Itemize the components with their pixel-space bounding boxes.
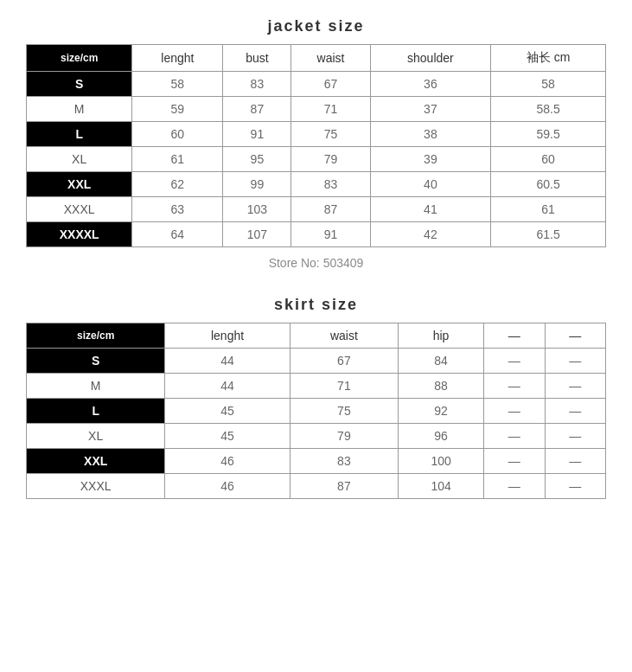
skirt-cell: 75	[290, 399, 398, 424]
skirt-cell: 92	[399, 399, 484, 424]
jacket-cell: 60	[491, 147, 606, 172]
jacket-cell: 99	[223, 172, 291, 197]
skirt-col-size: size/cm	[27, 323, 165, 349]
jacket-cell: 95	[223, 147, 291, 172]
skirt-cell: L	[27, 399, 165, 424]
jacket-cell: S	[27, 72, 132, 97]
jacket-cell: 83	[291, 172, 370, 197]
skirt-cell: —	[545, 349, 605, 374]
skirt-cell: 104	[399, 474, 484, 499]
jacket-cell: 61	[491, 197, 606, 222]
skirt-row: XXL4683100——	[27, 449, 606, 474]
skirt-header-row: size/cm lenght waist hip — —	[27, 323, 606, 349]
skirt-table: size/cm lenght waist hip — — S446784——M4…	[26, 323, 606, 499]
skirt-col-5: —	[545, 323, 605, 349]
skirt-cell: 44	[165, 349, 290, 374]
jacket-cell: L	[27, 122, 132, 147]
skirt-cell: —	[484, 474, 545, 499]
skirt-cell: XXXL	[27, 474, 165, 499]
skirt-cell: 83	[290, 449, 398, 474]
jacket-header-row: size/cm lenght bust waist shoulder 袖长 cm	[27, 45, 606, 72]
jacket-cell: 58	[491, 72, 606, 97]
skirt-col-waist: waist	[290, 323, 398, 349]
jacket-cell: 63	[132, 197, 223, 222]
skirt-cell: —	[484, 374, 545, 399]
jacket-cell: 61	[132, 147, 223, 172]
skirt-cell: 45	[165, 399, 290, 424]
skirt-cell: 96	[399, 424, 484, 449]
skirt-row: XL457996——	[27, 424, 606, 449]
skirt-cell: 71	[290, 374, 398, 399]
jacket-row: XL6195793960	[27, 147, 606, 172]
jacket-section: jacket size size/cm lenght bust waist sh…	[26, 17, 606, 247]
skirt-cell: 88	[399, 374, 484, 399]
skirt-section: skirt size size/cm lenght waist hip — — …	[26, 296, 606, 499]
skirt-cell: 100	[399, 449, 484, 474]
jacket-cell: 38	[370, 122, 491, 147]
skirt-cell: 67	[290, 349, 398, 374]
jacket-row: M5987713758.5	[27, 97, 606, 122]
skirt-cell: —	[545, 474, 605, 499]
jacket-col-waist: waist	[291, 45, 370, 72]
skirt-cell: 44	[165, 374, 290, 399]
skirt-cell: —	[484, 424, 545, 449]
jacket-cell: M	[27, 97, 132, 122]
jacket-cell: 58.5	[491, 97, 606, 122]
skirt-cell: 46	[165, 449, 290, 474]
jacket-cell: 91	[291, 222, 370, 247]
jacket-cell: 59.5	[491, 122, 606, 147]
skirt-cell: —	[484, 349, 545, 374]
jacket-cell: 60	[132, 122, 223, 147]
skirt-row: S446784——	[27, 349, 606, 374]
jacket-col-sleeve: 袖长 cm	[491, 45, 606, 72]
jacket-cell: XXL	[27, 172, 132, 197]
jacket-cell: 40	[370, 172, 491, 197]
jacket-cell: 79	[291, 147, 370, 172]
skirt-cell: —	[545, 449, 605, 474]
skirt-cell: XXL	[27, 449, 165, 474]
skirt-cell: —	[545, 374, 605, 399]
jacket-cell: 107	[223, 222, 291, 247]
jacket-cell: 39	[370, 147, 491, 172]
skirt-cell: 45	[165, 424, 290, 449]
jacket-row: XXXXL64107914261.5	[27, 222, 606, 247]
jacket-table: size/cm lenght bust waist shoulder 袖长 cm…	[26, 44, 606, 247]
skirt-row: M447188——	[27, 374, 606, 399]
jacket-cell: 91	[223, 122, 291, 147]
jacket-cell: XXXL	[27, 197, 132, 222]
jacket-col-bust: bust	[223, 45, 291, 72]
skirt-title: skirt size	[26, 296, 606, 314]
jacket-cell: 61.5	[491, 222, 606, 247]
jacket-cell: 83	[223, 72, 291, 97]
skirt-cell: —	[484, 449, 545, 474]
skirt-cell: 79	[290, 424, 398, 449]
store-number: Store No: 503409	[26, 256, 606, 270]
skirt-cell: 84	[399, 349, 484, 374]
skirt-cell: 87	[290, 474, 398, 499]
jacket-row: L6091753859.5	[27, 122, 606, 147]
skirt-row: XXXL4687104——	[27, 474, 606, 499]
jacket-cell: 60.5	[491, 172, 606, 197]
jacket-cell: 103	[223, 197, 291, 222]
skirt-col-4: —	[484, 323, 545, 349]
jacket-cell: XXXXL	[27, 222, 132, 247]
skirt-col-hip: hip	[399, 323, 484, 349]
jacket-cell: 36	[370, 72, 491, 97]
jacket-cell: 64	[132, 222, 223, 247]
skirt-cell: —	[545, 399, 605, 424]
jacket-col-shoulder: shoulder	[370, 45, 491, 72]
jacket-cell: 75	[291, 122, 370, 147]
skirt-cell: S	[27, 349, 165, 374]
jacket-col-lenght: lenght	[132, 45, 223, 72]
jacket-cell: 37	[370, 97, 491, 122]
skirt-row: L457592——	[27, 399, 606, 424]
jacket-row: S5883673658	[27, 72, 606, 97]
jacket-cell: 58	[132, 72, 223, 97]
jacket-cell: XL	[27, 147, 132, 172]
jacket-cell: 62	[132, 172, 223, 197]
skirt-col-lenght: lenght	[165, 323, 290, 349]
skirt-cell: —	[545, 424, 605, 449]
jacket-cell: 59	[132, 97, 223, 122]
jacket-col-size: size/cm	[27, 45, 132, 72]
jacket-cell: 41	[370, 197, 491, 222]
